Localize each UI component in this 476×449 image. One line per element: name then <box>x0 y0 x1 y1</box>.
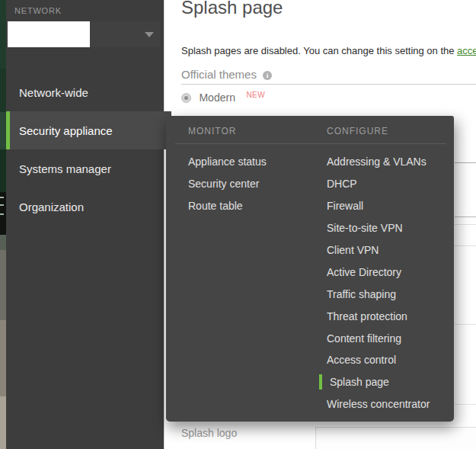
table-divider-line <box>455 404 476 405</box>
flyout-item-security-center[interactable]: Security center <box>188 173 318 195</box>
monitor-column-header: MONITOR <box>188 126 236 136</box>
flyout-item-addressing-vlans[interactable]: Addressing & VLANs <box>327 151 449 173</box>
table-divider-line <box>455 162 476 163</box>
chevron-down-icon <box>145 32 154 37</box>
sidebar-item-security-appliance[interactable]: Security appliance <box>6 111 171 149</box>
splash-logo-upload-box[interactable] <box>315 427 476 449</box>
network-sidebar: NETWORK Network-wide Security appliance … <box>6 0 164 449</box>
official-themes-label: Official themes <box>181 68 257 81</box>
section-divider <box>181 84 476 85</box>
edge-strip-segment <box>0 192 6 235</box>
flyout-item-wireless-concentrator[interactable]: Wireless concentrator <box>327 393 449 415</box>
edge-strip-segment <box>0 149 6 192</box>
radio-dot <box>184 96 188 100</box>
new-badge: NEW <box>246 91 265 99</box>
network-selector[interactable] <box>8 21 160 47</box>
edge-strip-mark <box>0 204 4 206</box>
flyout-item-threat-protection[interactable]: Threat protection <box>327 305 449 327</box>
page-title: Splash page <box>181 0 283 18</box>
flyout-header-divider <box>175 143 446 144</box>
left-edge-crop-strip <box>0 0 6 449</box>
flyout-item-active-directory[interactable]: Active Directory <box>327 261 449 283</box>
edge-strip-mark <box>0 213 4 215</box>
sidebar-nav: Network-wide Security appliance Systems … <box>6 73 164 226</box>
access-control-link[interactable]: acce <box>457 45 476 56</box>
edge-strip-segment <box>0 320 6 396</box>
flyout-item-access-control[interactable]: Access control <box>327 349 449 371</box>
table-divider-line <box>455 224 476 225</box>
sidebar-item-network-wide[interactable]: Network-wide <box>6 73 164 111</box>
edge-strip-segment <box>0 250 6 320</box>
table-divider-line <box>455 245 476 246</box>
security-appliance-flyout-menu: MONITOR CONFIGURE Appliance status Secur… <box>166 116 454 422</box>
flyout-item-traffic-shaping[interactable]: Traffic shaping <box>327 283 449 305</box>
splash-logo-label: Splash logo <box>181 427 237 439</box>
flyout-item-splash-page[interactable]: Splash page <box>327 371 449 393</box>
edge-strip-segment <box>0 69 6 112</box>
active-indicator-bar <box>319 374 322 390</box>
edge-strip-segment <box>0 0 6 69</box>
network-section-label: NETWORK <box>14 6 62 15</box>
info-icon[interactable]: i <box>263 71 272 80</box>
configure-column-header: CONFIGURE <box>327 126 388 136</box>
official-themes-heading: Official themesi <box>181 68 272 81</box>
flyout-item-content-filtering[interactable]: Content filtering <box>327 327 449 349</box>
flyout-item-label: Splash page <box>330 376 389 388</box>
edge-strip-segment <box>0 112 6 149</box>
flyout-item-client-vpn[interactable]: Client VPN <box>327 239 449 261</box>
monitor-column: Appliance status Security center Route t… <box>188 151 318 217</box>
flyout-item-dhcp[interactable]: DHCP <box>327 173 449 195</box>
flyout-item-site-to-site-vpn[interactable]: Site-to-site VPN <box>327 217 449 239</box>
splash-disabled-notice: Splash pages are disabled. You can chang… <box>181 45 476 56</box>
sidebar-item-organization[interactable]: Organization <box>6 188 164 226</box>
edge-strip-segment <box>0 235 6 250</box>
modern-radio[interactable] <box>181 93 191 103</box>
network-name-redacted <box>8 21 90 47</box>
sidebar-item-systems-manager[interactable]: Systems manager <box>6 149 164 188</box>
table-divider-line <box>455 324 476 325</box>
flyout-item-appliance-status[interactable]: Appliance status <box>188 151 318 173</box>
flyout-item-firewall[interactable]: Firewall <box>327 195 449 217</box>
configure-column: Addressing & VLANs DHCP Firewall Site-to… <box>327 151 449 415</box>
table-divider-line <box>455 216 476 217</box>
edge-strip-segment <box>0 396 6 449</box>
theme-option-label: Modern <box>199 91 235 104</box>
edge-strip-mark <box>0 197 4 198</box>
theme-option-modern: Modern NEW <box>181 91 265 103</box>
notice-text: Splash pages are disabled. You can chang… <box>181 45 457 56</box>
flyout-item-route-table[interactable]: Route table <box>188 195 318 217</box>
